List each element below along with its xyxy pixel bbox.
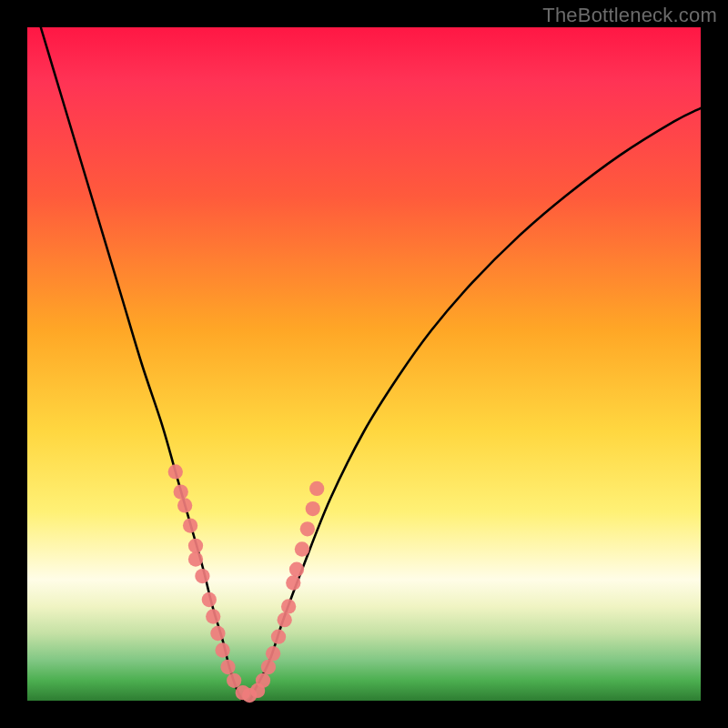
highlight-dot [210,626,225,641]
highlight-dot [266,646,280,661]
highlight-dot [289,562,304,577]
highlight-dot [177,498,192,512]
highlight-dot [202,592,217,607]
plot-area [27,27,701,701]
highlight-dot [281,599,296,613]
highlight-dot [278,612,292,627]
highlight-dot [188,551,203,566]
highlight-dot [174,484,188,499]
bottleneck-curve [41,27,701,703]
highlight-dot [183,518,197,532]
highlight-dot [220,660,235,674]
highlight-dot [215,642,229,657]
highlight-dot [188,539,203,553]
highlight-dot [227,673,241,688]
highlight-dot [300,521,315,536]
chart-frame: TheBottleneck.com [0,0,728,728]
highlight-dot [306,501,320,516]
highlight-dot [256,673,270,688]
highlight-dot [271,630,286,644]
highlight-dots-right [250,481,324,698]
highlight-dot [261,660,276,674]
highlight-dot [206,609,220,623]
highlight-dot [168,464,183,479]
watermark-label: TheBottleneck.com [542,4,717,27]
highlight-dot [286,575,300,590]
highlight-dot [195,569,209,583]
highlight-dot [309,481,324,496]
chart-svg [27,27,701,701]
highlight-dot [295,541,309,556]
highlight-dots-left [168,464,258,703]
